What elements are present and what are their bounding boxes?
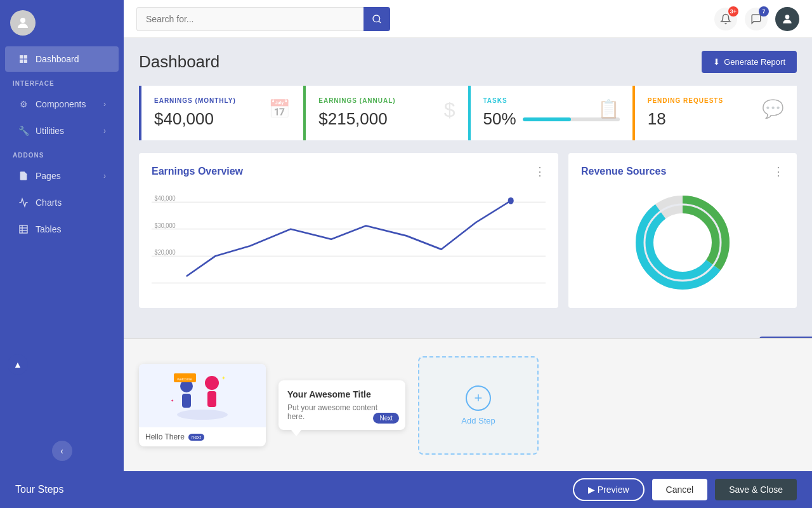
user-avatar[interactable] [775,7,799,31]
revenue-sources-card: Revenue Sources ⋮ [568,153,797,308]
add-step-label: Add Step [461,416,495,425]
svg-rect-27 [182,394,191,408]
chevron-right-icon: › [103,171,106,180]
earnings-overview-card: Earnings Overview ⋮ [139,153,558,308]
tour-step-1-label: Hello There next [139,427,266,446]
generate-report-button[interactable]: ⬇ Generate Report [702,51,797,73]
revenue-chart-title: Revenue Sources [581,166,666,177]
page-title: Dashboard [139,52,219,72]
notification-badge: 3+ [728,6,738,17]
tour-step-title: Your Awesome Title [287,389,396,399]
footer-bar: Tour Steps ▶ Preview Cancel Save & Close [0,471,812,508]
addons-section-label: ADDONS [0,144,124,163]
sidebar-item-dashboard[interactable]: Dashboard [5,46,119,72]
feedback-button[interactable]: Feedback [759,337,812,338]
svg-text:✦: ✦ [221,375,226,381]
sidebar-item-charts[interactable]: Charts [5,190,119,215]
sidebar-user-avatar [10,10,36,36]
tour-steps-area: welcome ✦ ✦ Hello There next [124,339,812,471]
stat-card-monthly: EARNINGS (MONTHLY) $40,000 📅 [139,86,303,140]
interface-section-label: INTERFACE [0,72,124,91]
notification-bell-icon[interactable]: 3+ [714,8,737,30]
next-badge: next [188,434,204,441]
add-step-button[interactable]: + Add Step [418,356,539,455]
utilities-icon: 🔧 [18,125,29,137]
chevron-right-icon: › [103,126,106,135]
tour-panel: welcome ✦ ✦ Hello There next [124,338,812,471]
sidebar: Dashboard INTERFACE ⚙ Components › 🔧 Uti… [0,0,124,471]
preview-button[interactable]: ▶ Preview [573,478,645,501]
tour-step-2[interactable]: Your Awesome Title Put your awesome cont… [278,380,405,430]
sidebar-item-label: Tables [36,224,61,234]
footer-title: Tour Steps [15,484,63,495]
tables-icon [18,224,29,235]
svg-text:$40,000: $40,000 [155,194,176,202]
messages-icon[interactable]: 7 [745,8,768,30]
progress-fill [523,117,572,121]
tour-step-1[interactable]: welcome ✦ ✦ Hello There next [139,364,266,446]
search-input[interactable] [136,7,363,31]
tour-next-button[interactable]: Next [373,413,399,424]
sidebar-item-label: Pages [36,171,61,181]
svg-point-11 [785,15,790,19]
sidebar-item-pages[interactable]: Pages › [5,163,119,189]
search-container [136,7,390,31]
components-icon: ⚙ [18,98,29,110]
save-close-button[interactable]: Save & Close [715,479,797,500]
svg-rect-3 [20,60,23,63]
speech-arrow [291,430,301,436]
svg-point-19 [508,197,514,204]
cancel-button[interactable]: Cancel [652,479,708,500]
revenue-chart-menu-icon[interactable]: ⋮ [773,164,784,178]
stat-value: 50% [483,109,516,129]
main-content: Feedback Dashboard ⬇ Generate Report EAR… [124,38,812,338]
chat-icon: 💬 [762,98,784,119]
svg-point-28 [205,376,219,390]
svg-rect-1 [20,55,23,58]
earnings-chart-title: Earnings Overview [152,166,243,177]
sidebar-item-utilities[interactable]: 🔧 Utilities › [5,118,119,144]
svg-point-24 [655,215,710,271]
stat-value: $215,000 [318,109,455,129]
chevron-right-icon: › [103,100,106,109]
sidebar-item-label: Dashboard [36,54,79,64]
calendar-icon: 📅 [268,98,291,119]
sidebar-item-tables[interactable]: Tables [5,217,119,242]
stat-card-tasks: TASKS 50% 📋 [468,86,632,140]
svg-line-10 [379,21,381,23]
sidebar-item-label: Utilities [36,126,64,136]
sidebar-item-label: Charts [36,197,62,208]
svg-point-25 [177,410,228,420]
messages-badge: 7 [759,6,769,17]
svg-rect-4 [24,60,27,63]
sidebar-logo [0,0,124,46]
sidebar-item-label: Components [36,99,86,109]
svg-text:$30,000: $30,000 [155,222,176,229]
svg-point-0 [20,18,25,23]
dollar-icon: $ [444,98,455,122]
svg-rect-5 [20,225,27,233]
dashboard-icon [18,53,29,65]
svg-rect-29 [207,391,216,407]
chart-menu-icon[interactable]: ⋮ [534,164,546,178]
pages-icon [18,170,29,182]
stat-card-pending: PENDING REQUESTS 18 💬 [632,86,797,140]
stat-card-annual: EARNINGS (ANNUAL) $215,000 $ [303,86,468,140]
sidebar-collapse-button[interactable]: ‹ [52,441,72,461]
svg-text:welcome: welcome [176,377,192,381]
stat-label: EARNINGS (ANNUAL) [318,97,455,104]
tour-step-preview: welcome ✦ ✦ [139,364,266,427]
sidebar-item-components[interactable]: ⚙ Components › [5,91,119,117]
search-button[interactable] [363,7,390,31]
svg-rect-2 [24,55,27,58]
add-step-icon: + [466,385,491,411]
earnings-chart: $40,000 $30,000 $20,000 [152,189,546,297]
stat-cards: EARNINGS (MONTHLY) $40,000 📅 EARNINGS (A… [139,86,797,140]
svg-text:✦: ✦ [171,399,174,403]
header: 3+ 7 [124,0,812,38]
svg-text:$20,000: $20,000 [155,248,176,256]
charts-icon [18,197,29,208]
clipboard-icon: 📋 [598,98,620,119]
scroll-up-button[interactable]: ▲ [8,354,28,375]
svg-point-9 [373,15,380,22]
